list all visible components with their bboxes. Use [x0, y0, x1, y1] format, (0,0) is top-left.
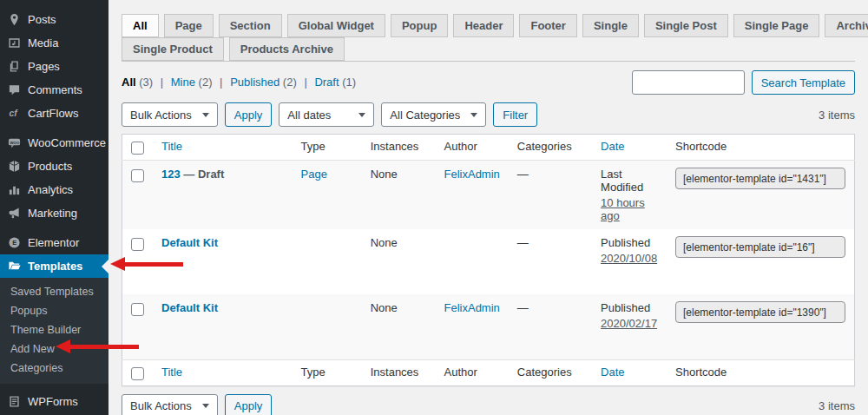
author-link[interactable]: FelixAdmin	[444, 168, 500, 181]
column-author: Author	[436, 135, 509, 161]
tab-footer[interactable]: Footer	[519, 14, 576, 37]
table-row: 123 — Draft Page None FelixAdmin — Last …	[122, 161, 855, 230]
tab-single-page[interactable]: Single Page	[733, 14, 820, 37]
template-title-link[interactable]: Default Kit	[161, 301, 218, 314]
type-cell	[293, 294, 362, 359]
svg-text:cf: cf	[9, 109, 18, 118]
column-date-sort[interactable]: Date	[601, 140, 624, 153]
column-categories: Categories	[509, 135, 592, 161]
sidebar-item-media[interactable]: Media	[0, 31, 108, 55]
tab-popup[interactable]: Popup	[391, 14, 448, 37]
template-title-link[interactable]: Default Kit	[161, 236, 218, 249]
view-draft-link[interactable]: Draft	[314, 76, 339, 89]
select-all-checkbox[interactable]	[131, 142, 144, 155]
view-separator: |	[161, 76, 163, 89]
instances-cell: None	[362, 294, 436, 359]
sidebar-item-templates[interactable]: Templates	[0, 254, 108, 278]
tab-products-archive[interactable]: Products Archive	[229, 37, 345, 61]
view-mine-link[interactable]: Mine	[171, 76, 195, 89]
pin-icon	[8, 13, 21, 26]
date-link[interactable]: 2020/10/08	[601, 252, 657, 265]
sidebar-item-cartflows[interactable]: cf CartFlows	[0, 102, 108, 125]
categories-filter-value: All Categories	[390, 109, 460, 122]
search-input[interactable]	[632, 70, 745, 95]
sidebar-label: Elementor	[28, 236, 79, 249]
sidebar-label: WooCommerce	[28, 136, 106, 149]
sidebar-item-pages[interactable]: Pages	[0, 55, 108, 78]
categories-cell: —	[509, 229, 592, 294]
tab-page[interactable]: Page	[164, 14, 214, 37]
sidebar-label: Pages	[28, 60, 60, 73]
tab-global-widget[interactable]: Global Widget	[287, 14, 385, 37]
row-checkbox[interactable]	[131, 238, 144, 251]
sidebar-label: Comments	[28, 83, 82, 96]
author-link[interactable]: FelixAdmin	[444, 301, 500, 314]
sidebar-item-comments[interactable]: Comments	[0, 78, 108, 102]
submenu-item-add-new[interactable]: Add New	[0, 339, 108, 359]
row-checkbox[interactable]	[131, 169, 144, 182]
apply-button-bottom[interactable]: Apply	[225, 394, 273, 415]
dates-filter-select[interactable]: All dates	[279, 102, 374, 127]
shortcode-input[interactable]	[675, 301, 845, 323]
view-all-link[interactable]: All (3)	[122, 76, 153, 89]
view-filter-links: All (3) | Mine (2) | Published (2) | Dra…	[122, 67, 356, 89]
date-link[interactable]: 2020/02/17	[601, 317, 657, 330]
column-date-sort[interactable]: Date	[601, 366, 624, 379]
categories-filter-select[interactable]: All Categories	[381, 102, 486, 127]
tab-archive[interactable]: Archive	[825, 14, 868, 37]
shortcode-input[interactable]	[675, 168, 845, 189]
date-link[interactable]: 10 hours ago	[601, 196, 658, 222]
column-shortcode: Shortcode	[667, 359, 855, 385]
type-cell	[293, 229, 362, 294]
sidebar-label: Media	[28, 36, 58, 49]
submenu-item-popups[interactable]: Popups	[0, 301, 108, 320]
column-type: Type	[293, 135, 362, 161]
chevron-down-icon	[470, 113, 477, 117]
shortcode-input[interactable]	[675, 236, 845, 258]
tab-single-product[interactable]: Single Product	[122, 37, 224, 61]
submenu-item-theme-builder[interactable]: Theme Builder	[0, 320, 108, 339]
sidebar-separator	[0, 384, 108, 390]
submenu-item-categories[interactable]: Categories	[0, 359, 108, 378]
bulk-actions-value: Bulk Actions	[130, 109, 192, 122]
column-title-sort[interactable]: Title	[161, 366, 182, 379]
filter-button[interactable]: Filter	[493, 102, 537, 127]
sidebar-label: Analytics	[28, 183, 73, 196]
sidebar-item-elementor[interactable]: E Elementor	[0, 231, 108, 254]
view-separator: |	[304, 76, 306, 89]
bulk-actions-select-bottom[interactable]: Bulk Actions	[122, 394, 218, 415]
type-link[interactable]: Page	[301, 168, 327, 181]
tab-all[interactable]: All	[122, 14, 159, 37]
date-status: Last Modified	[601, 168, 658, 194]
bulk-actions-select[interactable]: Bulk Actions	[122, 102, 218, 127]
apply-button[interactable]: Apply	[225, 102, 273, 127]
table-footer-row: Title Type Instances Author Categories D…	[122, 359, 855, 385]
tab-single[interactable]: Single	[582, 14, 639, 37]
tab-section[interactable]: Section	[219, 14, 282, 37]
sidebar-item-woocommerce[interactable]: WOO WooCommerce	[0, 131, 108, 155]
sidebar-label: Marketing	[28, 207, 77, 220]
row-checkbox[interactable]	[131, 303, 144, 316]
sidebar-item-wpforms[interactable]: WPForms	[0, 390, 108, 413]
column-type: Type	[293, 359, 362, 385]
instances-cell: None	[362, 161, 436, 230]
search-template-button[interactable]: Search Template	[752, 70, 855, 95]
submenu-item-saved-templates[interactable]: Saved Templates	[0, 282, 108, 301]
sidebar-item-analytics[interactable]: Analytics	[0, 178, 108, 201]
sidebar-item-marketing[interactable]: Marketing	[0, 201, 108, 225]
sidebar-item-products[interactable]: Products	[0, 155, 108, 178]
items-count: 3 items	[819, 399, 855, 412]
sidebar-item-posts[interactable]: Posts	[0, 8, 108, 31]
categories-cell: —	[509, 294, 592, 359]
folder-icon	[8, 260, 21, 273]
tab-single-post[interactable]: Single Post	[644, 14, 728, 37]
tab-header[interactable]: Header	[453, 14, 514, 37]
table-row: Default Kit None FelixAdmin — Published …	[122, 294, 855, 359]
sidebar-label: WPForms	[28, 395, 78, 408]
templates-table: Title Type Instances Author Categories D…	[122, 134, 855, 386]
sidebar-separator	[0, 225, 108, 231]
view-published-link[interactable]: Published	[230, 76, 279, 89]
template-title-link[interactable]: 123	[161, 168, 181, 181]
select-all-checkbox[interactable]	[131, 367, 144, 380]
column-title-sort[interactable]: Title	[161, 140, 182, 153]
